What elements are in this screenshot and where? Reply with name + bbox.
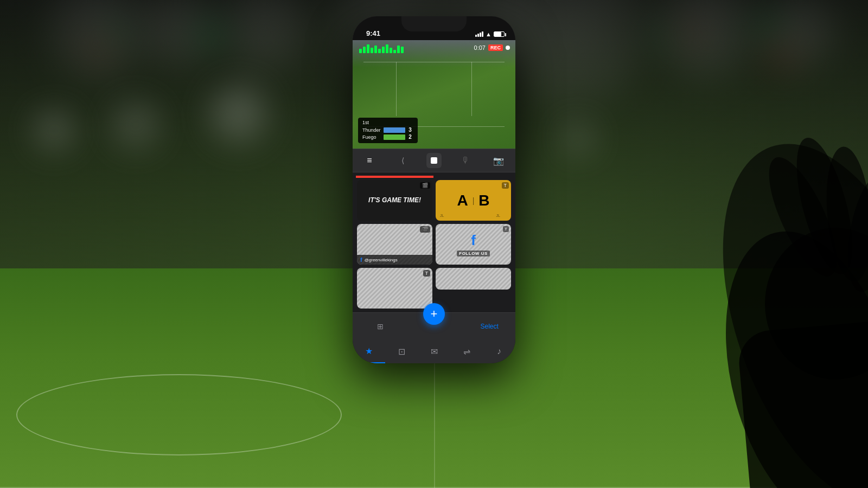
ab-sublabel2: JL (496, 214, 500, 217)
rec-badge: REC (488, 44, 503, 51)
audio-bar (371, 48, 373, 53)
field-marking (363, 62, 505, 62)
star-icon: ★ (365, 346, 373, 356)
thumbnail-follow-us[interactable]: f FOLLOW US T (436, 224, 511, 265)
scenes-nav-icon: ⊡ (398, 346, 405, 357)
audio-bar (390, 48, 392, 53)
team-bar-fuego (384, 134, 405, 140)
phone-screen: 0:07 REC Thunder 1st Thunder 3 Fuego (353, 40, 515, 363)
control-bar: ≡ ⟨ 🎙 📷 (353, 149, 515, 172)
thumb-badge-ab: T (502, 182, 509, 189)
text-icon: T (425, 271, 429, 276)
stop-button[interactable] (426, 153, 442, 168)
audio-bar (363, 47, 366, 53)
nav-tab-scenes[interactable]: ⊡ (385, 339, 418, 363)
letter-a: A (457, 193, 468, 208)
signal-bar-3 (480, 33, 481, 37)
team-bar-thunder (384, 127, 405, 133)
select-button[interactable]: Select (481, 323, 499, 330)
score-row-fuego: Fuego 2 (362, 134, 413, 140)
stop-icon (431, 157, 437, 164)
nav-tab-settings[interactable]: ⇌ (450, 339, 483, 363)
bokeh-light (33, 108, 76, 152)
phone: 9:41 ▲ (353, 16, 515, 363)
bokeh-light (206, 81, 271, 146)
overlay-icon: 🎬 (422, 183, 428, 188)
thumbnail-empty-1[interactable]: T (357, 268, 432, 309)
status-icons: ▲ (475, 31, 505, 37)
status-time: 9:41 (363, 29, 380, 37)
team-score-thunder: 3 (407, 127, 413, 133)
audio-icon: ♪ (497, 346, 501, 356)
ab-divider: | (473, 196, 475, 205)
add-icon: + (431, 308, 438, 320)
audio-bar (401, 47, 404, 53)
thumb-badge-follow: T (503, 226, 509, 232)
overlay-icon-social: 🎬 (422, 227, 428, 232)
bokeh-light (108, 98, 163, 152)
facebook-icon-small: f (360, 256, 362, 263)
audio-bar (382, 47, 385, 53)
audio-bar (374, 46, 377, 53)
nav-tab-audio[interactable]: ♪ (483, 339, 515, 363)
rec-dot (506, 46, 510, 50)
signal-bars (475, 31, 483, 37)
team-name-thunder: Thunder (362, 127, 382, 133)
social-card-inner: f @greenvillekings (357, 255, 432, 265)
audio-levels (359, 44, 404, 53)
game-time-text: IT'S GAME TIME! (365, 194, 424, 208)
period-label: 1st (362, 120, 413, 125)
thumbnails-grid: 📹 📹 (353, 172, 515, 312)
thumb-badge-empty1: T (423, 270, 431, 277)
mic-button[interactable]: 🎙 (456, 151, 475, 170)
team-name-fuego: Fuego (362, 134, 382, 140)
signal-bar-4 (482, 31, 483, 37)
scoreboard: Thunder 1st Thunder 3 Fuego 2 (358, 118, 418, 143)
follow-text: FOLLOW US (457, 251, 490, 256)
audio-bar (397, 46, 400, 53)
score-row-thunder: Thunder 3 (362, 127, 413, 133)
facebook-icon-large: f (471, 232, 476, 249)
thumbnail-game-time[interactable]: IT'S GAME TIME! 🎬 (357, 180, 432, 221)
team-score-fuego: 2 (407, 134, 413, 140)
thumb-badge-game-time: 🎬 (420, 182, 430, 189)
field-marking (471, 62, 472, 116)
timer-text: 0:07 (474, 44, 486, 51)
thumb-badge-social: 🎬 (420, 226, 430, 233)
audio-bar (378, 49, 381, 53)
nav-tab-transitions[interactable]: ✉ (418, 339, 450, 363)
thumbnail-ab-switcher[interactable]: A | B T JL JL (436, 180, 511, 221)
letter-b: B (478, 193, 489, 208)
menu-button[interactable]: ≡ (360, 151, 379, 170)
social-handle: @greenvillekings (365, 258, 398, 262)
battery-fill (494, 32, 501, 36)
wifi-icon: ▲ (486, 31, 492, 37)
sliders-icon: ⇌ (463, 346, 470, 357)
audio-bar (393, 50, 396, 53)
ab-content: A | B (457, 193, 489, 208)
audio-bar (359, 49, 362, 53)
add-button[interactable]: + (423, 303, 445, 325)
video-preview[interactable]: 0:07 REC Thunder 1st Thunder 3 Fuego (353, 40, 515, 149)
ab-sublabel: JL (440, 214, 444, 217)
signal-bar-1 (475, 35, 477, 37)
share-button[interactable]: ⟨ (393, 151, 412, 170)
camera-button[interactable]: 📷 (489, 151, 508, 170)
nav-tab-favorites[interactable]: ★ (353, 339, 385, 363)
bokeh-light (559, 119, 597, 157)
phone-notch (401, 16, 467, 31)
scenes-button[interactable]: ⊞ (369, 316, 391, 337)
scenes-icon: ⊞ (377, 322, 384, 331)
field-lines (16, 374, 342, 455)
audio-bar (386, 44, 388, 53)
bottom-toolbar: ⊞ + Select (353, 312, 515, 339)
phone-container: 9:41 ▲ (353, 16, 515, 363)
signal-bar-2 (477, 34, 479, 37)
field-marking (396, 62, 397, 116)
audio-bar (367, 44, 369, 53)
nav-tabs: ★ ⊡ ✉ ⇌ ♪ (353, 339, 515, 363)
thumbnail-social[interactable]: 🎬 f @greenvillekings (357, 224, 432, 265)
timer-rec: 0:07 REC (474, 44, 510, 51)
transition-icon: ✉ (431, 346, 438, 357)
thumbnail-empty-2[interactable] (436, 268, 511, 290)
